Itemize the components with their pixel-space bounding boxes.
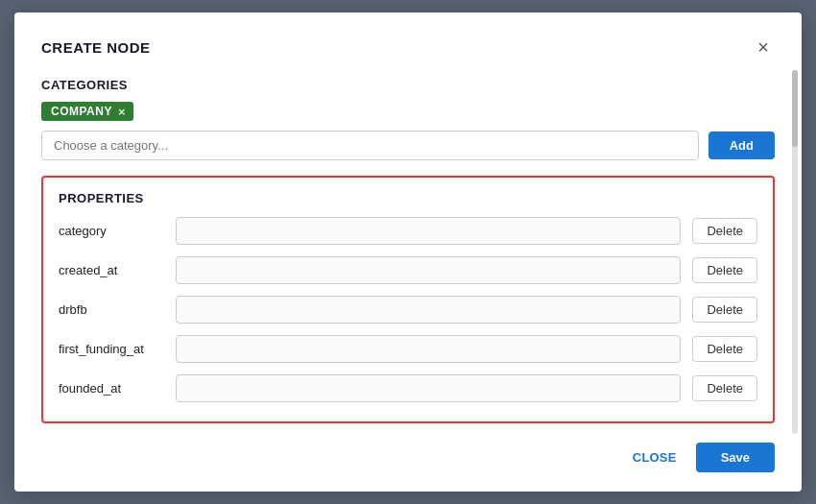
property-rows-container: categoryDeletecreated_atDeletedrbfbDelet… bbox=[59, 217, 757, 402]
add-category-button[interactable]: Add bbox=[708, 132, 775, 159]
delete-button-drbfb[interactable]: Delete bbox=[692, 297, 757, 323]
save-button[interactable]: Save bbox=[696, 443, 775, 472]
property-label-category: category bbox=[59, 224, 164, 238]
scrollbar-thumb[interactable] bbox=[792, 70, 798, 147]
property-input-first_funding_at[interactable] bbox=[176, 335, 681, 363]
modal-footer: CLOSE Save bbox=[41, 439, 775, 472]
property-row: created_atDelete bbox=[59, 256, 757, 284]
company-tag: COMPANY × bbox=[41, 102, 133, 121]
category-search-input[interactable] bbox=[41, 131, 699, 160]
delete-button-created_at[interactable]: Delete bbox=[692, 257, 757, 283]
categories-tags-row: COMPANY × bbox=[41, 102, 775, 121]
company-tag-label: COMPANY bbox=[51, 105, 112, 118]
close-button[interactable]: CLOSE bbox=[633, 450, 677, 465]
company-tag-close[interactable]: × bbox=[118, 106, 126, 118]
property-input-drbfb[interactable] bbox=[176, 296, 681, 324]
modal-dialog: CREATE NODE × CATEGORIES COMPANY × Add P… bbox=[14, 12, 802, 492]
delete-button-founded_at[interactable]: Delete bbox=[692, 375, 757, 401]
property-row: first_funding_atDelete bbox=[59, 335, 757, 363]
delete-button-category[interactable]: Delete bbox=[692, 218, 757, 244]
close-icon-button[interactable]: × bbox=[752, 36, 775, 59]
property-label-created_at: created_at bbox=[59, 263, 164, 277]
property-row: drbfbDelete bbox=[59, 296, 757, 324]
modal-title: CREATE NODE bbox=[41, 39, 151, 56]
property-label-drbfb: drbfb bbox=[59, 302, 164, 317]
category-input-row: Add bbox=[41, 131, 775, 160]
modal-overlay: CREATE NODE × CATEGORIES COMPANY × Add P… bbox=[0, 0, 816, 504]
property-label-founded_at: founded_at bbox=[59, 381, 164, 396]
properties-section-label: PROPERTIES bbox=[59, 191, 757, 205]
property-input-category[interactable] bbox=[176, 217, 681, 245]
delete-button-first_funding_at[interactable]: Delete bbox=[692, 336, 757, 362]
property-row: founded_atDelete bbox=[59, 374, 757, 402]
properties-box: PROPERTIES categoryDeletecreated_atDelet… bbox=[41, 176, 775, 423]
scrollbar[interactable] bbox=[792, 70, 798, 434]
modal-header: CREATE NODE × bbox=[41, 36, 775, 59]
property-input-founded_at[interactable] bbox=[176, 374, 681, 402]
property-label-first_funding_at: first_funding_at bbox=[59, 342, 164, 356]
property-row: categoryDelete bbox=[59, 217, 757, 245]
property-input-created_at[interactable] bbox=[176, 256, 681, 284]
categories-section-label: CATEGORIES bbox=[41, 78, 775, 92]
